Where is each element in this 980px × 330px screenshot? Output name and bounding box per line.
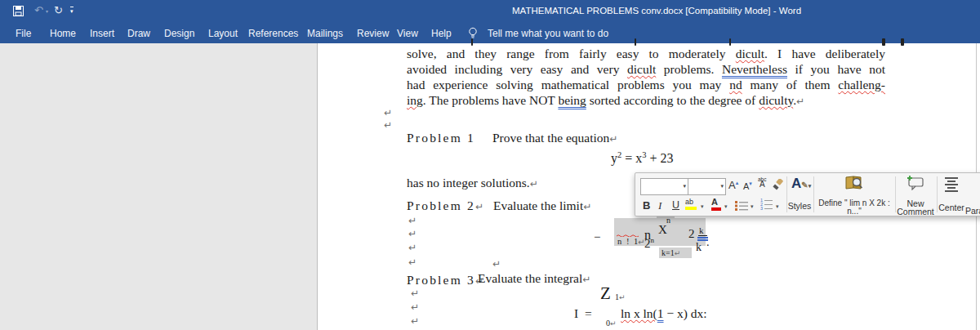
math3-lower-bound: 0↵ <box>606 319 617 328</box>
underline-button[interactable]: U <box>672 199 679 211</box>
problem1-heading: Problem 1 <box>407 131 475 145</box>
numbering-button[interactable]: 1 2 3 <box>760 198 773 211</box>
tab-insert[interactable]: Insert <box>90 28 114 39</box>
problem1-lead: Prove that the equation↵ <box>492 131 617 145</box>
pilcrow-mark: ↵ <box>408 242 416 253</box>
font-name-combobox[interactable]: ▾ <box>640 178 688 195</box>
math2-k-bottom: k <box>696 241 702 254</box>
math3-integral-sign: Z <box>600 283 611 304</box>
paragraph-button[interactable]: Para <box>965 206 980 216</box>
font-color-button[interactable]: A <box>711 197 721 211</box>
tab-draw[interactable]: Draw <box>127 28 150 39</box>
center-button[interactable]: Center <box>936 203 967 212</box>
tab-layout[interactable]: Layout <box>208 28 238 39</box>
styles-icon[interactable]: A✎▾ <box>791 176 811 192</box>
mini-toolbar: ▾ ▾ A▴ A▾ abcA B I U ab ▾ A ▾ ▾ 1 2 3 ▾ … <box>635 172 980 216</box>
pilcrow-mark: ↵ <box>408 215 416 226</box>
new-comment-button-line2: Comment <box>895 207 936 216</box>
center-align-icon[interactable] <box>944 177 959 194</box>
tab-home[interactable]: Home <box>50 28 76 39</box>
math2-minus: − <box>594 230 600 244</box>
left-margin <box>0 43 318 330</box>
pilcrow-mark: ↵ <box>411 288 419 299</box>
clipped-line-descender <box>882 38 885 46</box>
word-window: ↶ ▾ ↻ ▾ MATHEMATICAL PROBLEMS conv.docx … <box>0 0 980 330</box>
paragraph-line: solve, and they range from fairly easy t… <box>407 46 885 61</box>
pilcrow-mark: ↵ <box>408 256 416 268</box>
tab-file[interactable]: File <box>16 28 31 39</box>
styles-button[interactable]: Styles <box>786 201 813 211</box>
pilcrow-mark: ↵ <box>408 228 416 239</box>
highlight-dropdown-icon[interactable]: ▾ <box>701 203 704 210</box>
math2-X: X <box>658 223 667 237</box>
paragraph-line: avoided including very easy and very dic… <box>407 61 885 77</box>
clipped-line-descender <box>901 38 904 46</box>
clipped-line-descender <box>471 38 473 46</box>
paragraph-line: ing. The problems have NOT being sorted … <box>407 92 885 108</box>
customize-qat-icon[interactable]: ▾ <box>70 7 74 15</box>
change-case-button[interactable]: abcA <box>758 177 766 187</box>
math2-limit: n ! 1 <box>617 237 639 246</box>
tab-mailings[interactable]: Mailings <box>307 28 343 39</box>
bullets-dropdown-icon[interactable]: ▾ <box>751 203 754 210</box>
format-painter-icon[interactable] <box>773 179 784 194</box>
highlight-button[interactable]: ab <box>685 198 697 210</box>
paragraph-line: had experience solving mathematical prob… <box>407 77 885 92</box>
undo-icon[interactable]: ↶ <box>34 4 43 17</box>
tell-me-box[interactable]: Tell me what you want to do <box>488 28 608 39</box>
define-dictionary-icon[interactable] <box>844 176 864 194</box>
problem3-heading: Problem 3↵ <box>407 273 483 288</box>
problem2-lead: Evaluate the limit↵ <box>493 198 591 213</box>
tab-view[interactable]: View <box>397 28 418 39</box>
problem1-body: has no integer solutions.↵ <box>407 176 538 190</box>
clipped-line-descender <box>729 38 731 46</box>
redo-icon[interactable]: ↻ <box>54 4 63 17</box>
pilcrow-mark: ↵ <box>411 315 419 327</box>
math2-two-n: 2n <box>644 236 654 251</box>
pilcrow-mark: ↵ <box>492 258 501 270</box>
clipped-line-descender <box>635 38 636 46</box>
pilcrow-mark: ↵ <box>384 119 392 131</box>
tab-references[interactable]: References <box>248 28 298 39</box>
undo-dropdown-icon[interactable]: ▾ <box>46 8 48 14</box>
math2-k-top: k <box>699 225 704 235</box>
save-icon[interactable] <box>13 5 24 20</box>
ribbon-tab-row: File Home Insert Draw Design Layout Refe… <box>0 22 980 43</box>
math2-dot: . <box>706 236 710 249</box>
problem1-label: Problem 1 <box>407 131 475 145</box>
numbering-dropdown-icon[interactable]: ▾ <box>776 203 779 210</box>
tab-review[interactable]: Review <box>357 28 389 39</box>
font-size-combobox[interactable]: ▾ <box>688 178 726 195</box>
math3-integrand: ln x ln(1 − x) dx: <box>621 306 707 321</box>
lightbulb-icon <box>468 27 478 42</box>
problem3-label: Problem 3 <box>407 273 475 287</box>
tab-help[interactable]: Help <box>431 28 452 39</box>
math2-two: 2 <box>688 227 695 241</box>
math3-lhs: I = <box>574 306 592 321</box>
shrink-font-button[interactable]: A▾ <box>743 181 752 191</box>
grow-font-button[interactable]: A▴ <box>728 179 738 191</box>
define-button-line2: n..." <box>814 207 894 216</box>
title-bar: ↶ ▾ ↻ ▾ MATHEMATICAL PROBLEMS conv.docx … <box>0 0 980 22</box>
math3-upper-bound: 1↵ <box>615 292 626 301</box>
font-color-dropdown-icon[interactable]: ▾ <box>724 203 728 210</box>
math2-lower-bound: k=1↵ <box>662 248 680 257</box>
problem3-lead: Evaluate the integral↵ <box>478 271 590 286</box>
bullets-button[interactable] <box>735 199 748 214</box>
bold-button[interactable]: B <box>643 199 650 212</box>
equation-y2-x3: y2 = x3 + 23 <box>611 150 674 166</box>
pilcrow-mark: ↵ <box>411 301 419 313</box>
window-title: MATHEMATICAL PROBLEMS conv.docx [Compati… <box>512 6 801 16</box>
pilcrow-mark: ↵ <box>384 107 392 118</box>
problem2-label: Problem 2 <box>407 198 475 212</box>
italic-button[interactable]: I <box>658 199 662 212</box>
tab-design[interactable]: Design <box>164 28 194 39</box>
problem2-heading: Problem 2↵ <box>407 198 483 213</box>
new-comment-icon[interactable] <box>906 176 924 194</box>
